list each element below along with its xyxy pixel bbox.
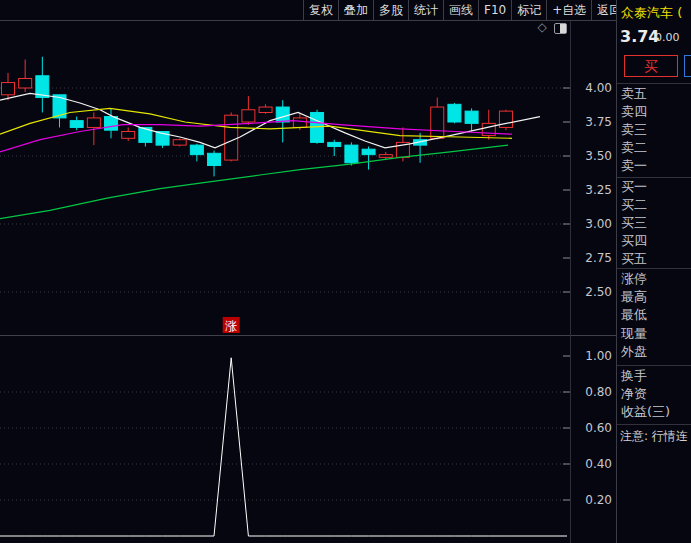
candle-down <box>465 111 478 123</box>
outer-vol-label: 外盘 <box>621 343 691 361</box>
buy-level-4-label: 买四 <box>621 232 691 250</box>
price-tick-label: 3.25 <box>585 183 612 197</box>
candle-down <box>345 145 358 163</box>
limit-up-label: 涨停 <box>621 270 691 288</box>
candle-down <box>208 153 221 165</box>
earnings-label: 收益(三) <box>621 403 691 421</box>
sell-button[interactable] <box>684 55 691 77</box>
buy-level-2-label: 买二 <box>621 196 691 214</box>
quote-panel: 众泰汽车 ( 3.74 0.00 买 卖五 卖四 卖三 卖二 卖一 买一 买二 … <box>616 0 691 543</box>
candle-up <box>87 118 100 128</box>
candle-down <box>328 142 341 146</box>
candle-up <box>19 78 32 88</box>
panel-divider <box>617 424 691 425</box>
candle-up <box>379 155 392 158</box>
buy-level-3-label: 买三 <box>621 214 691 232</box>
buy-level-1-label: 买一 <box>621 178 691 196</box>
candle-up <box>242 110 255 122</box>
candle-up <box>122 132 135 139</box>
price-tick-label: 3.50 <box>585 149 612 163</box>
stock-name: 众泰汽车 ( <box>621 4 682 22</box>
indicator-tick-label: 0.80 <box>585 385 612 399</box>
low-label: 最低 <box>621 306 691 324</box>
candle-up <box>293 118 306 128</box>
candle-down <box>276 107 289 122</box>
high-label: 最高 <box>621 288 691 306</box>
last-price: 3.74 <box>620 27 659 46</box>
panel-divider <box>617 268 691 269</box>
stock-chart-app: 复权 叠加 多股 统计 画线 F10 标记 +自选 返回 ◇ 涨 4.003.7… <box>0 0 691 543</box>
price-tick-label: 2.75 <box>585 251 612 265</box>
turnover-label: 换手 <box>621 367 691 385</box>
sell-level-3-label: 卖三 <box>621 121 691 139</box>
cur-volume-label: 现量 <box>621 325 691 343</box>
price-tick-label: 3.00 <box>585 217 612 231</box>
sell-level-4-label: 卖四 <box>621 103 691 121</box>
candle-down <box>190 145 203 155</box>
candle-down <box>448 104 461 122</box>
chart-canvas[interactable]: 涨 <box>0 0 570 543</box>
signal-spike-line <box>0 358 567 536</box>
candle-down <box>105 117 118 131</box>
indicator-tick-label: 1.00 <box>585 349 612 363</box>
candle-up <box>431 107 444 138</box>
sell-level-5-label: 卖五 <box>621 85 691 103</box>
buy-level-5-label: 买五 <box>621 250 691 268</box>
sell-level-2-label: 卖二 <box>621 139 691 157</box>
candle-up <box>173 140 186 145</box>
indicator-tick-label: 0.40 <box>585 457 612 471</box>
panel-divider <box>617 365 691 366</box>
price-tick-label: 2.50 <box>585 285 612 299</box>
indicator-tick-label: 0.20 <box>585 493 612 507</box>
buy-button[interactable]: 买 <box>624 55 678 77</box>
candle-up <box>2 83 15 95</box>
net-asset-label: 净资 <box>621 385 691 403</box>
price-tick-label: 3.75 <box>585 115 612 129</box>
signal-badge-label: 涨 <box>224 319 237 333</box>
panel-divider <box>0 335 617 336</box>
indicator-tick-label: 0.60 <box>585 421 612 435</box>
candle-up <box>259 107 272 112</box>
connection-notice: 注意: 行情连 <box>620 428 688 445</box>
sell-level-1-label: 卖一 <box>621 157 691 175</box>
candle-up <box>225 115 238 160</box>
price-tick-label: 4.00 <box>585 81 612 95</box>
candle-down <box>70 121 83 128</box>
candle-down <box>362 149 375 154</box>
price-axis: 4.003.753.503.253.002.752.501.000.800.60… <box>571 0 616 543</box>
price-change: 0.00 <box>655 31 680 44</box>
